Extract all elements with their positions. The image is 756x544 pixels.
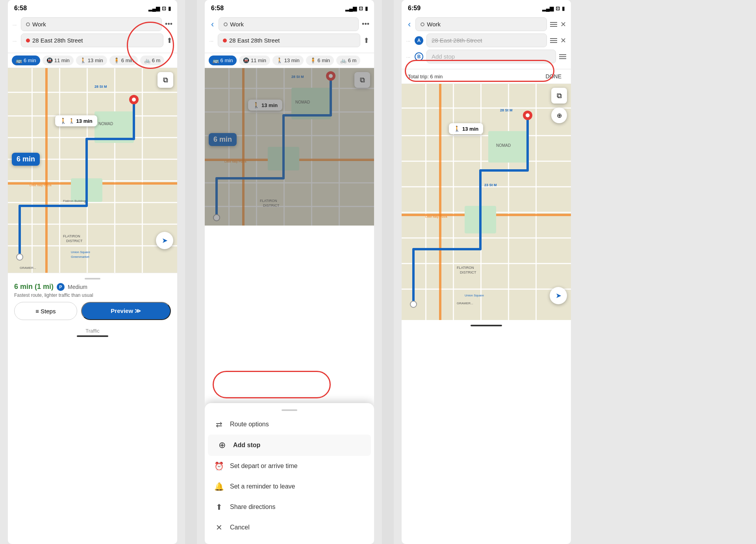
to-dot-2 (223, 39, 227, 43)
nav-arrow-1[interactable]: ➤ (156, 232, 173, 249)
signal-icon-3: ▂▄▆ (542, 6, 554, 11)
tab-bike-1[interactable]: 🚲 6 m (140, 56, 165, 65)
from-input-3[interactable]: Work (415, 17, 547, 31)
from-input-2[interactable]: Work (219, 17, 359, 31)
svg-text:Little Italy Pizza: Little Italy Pizza (425, 215, 447, 218)
vertical-dots-3: ⋮ (209, 39, 215, 42)
svg-text:GRAMER...: GRAMER... (457, 302, 473, 305)
to-input-1[interactable]: 28 East 28th Street (21, 33, 163, 47)
reminder-item[interactable]: 🔔 Set a reminder to leave (205, 476, 374, 497)
status-bar-2: 6:58 ▂▄▆ ⊡ ▮ (205, 0, 374, 14)
stop-text-3: Add stop (432, 53, 551, 60)
from-text-1: Work (32, 21, 157, 28)
to-text-2: 28 East 28th Street (229, 37, 355, 44)
more-dots-btn-1[interactable]: ••• (165, 20, 172, 28)
layers-btn-3[interactable]: ⧉ (551, 88, 567, 104)
more-dots-btn-2[interactable]: ••• (362, 20, 369, 28)
total-trip-3: Total trip: 6 min DONE (402, 69, 571, 84)
status-icons-3: ▂▄▆ ⊡ ▮ (542, 6, 565, 11)
cancel-label: Cancel (230, 524, 250, 531)
search-row-to-1: ⋮ 28 East 28th Street ⬆ (13, 33, 172, 47)
phone-panel-1: 6:58 ▂▄▆ ⊡ ▮ ⋮ Work ••• ⋮ 28 East 28th S… (8, 0, 177, 544)
from-input-1[interactable]: Work (21, 17, 162, 31)
svg-rect-8 (8, 245, 177, 246)
svg-rect-54 (402, 84, 571, 320)
close-icon-3a[interactable]: ✕ (560, 20, 566, 29)
status-icons-1: ▂▄▆ ⊡ ▮ (148, 6, 171, 11)
stop-input-3[interactable]: Add stop (426, 50, 556, 63)
status-time-1: 6:58 (14, 5, 27, 12)
close-icon-3b[interactable]: ✕ (560, 36, 566, 45)
search-row-from-2: ‹ Work ••• (209, 17, 369, 31)
traffic-label-1: Traffic (8, 325, 177, 335)
time-bubble-1: 6 min (12, 153, 40, 166)
tab-bus-2[interactable]: 🚌 6 min (209, 56, 237, 65)
hamburger-icon-3c[interactable] (559, 54, 566, 59)
from-dot-3 (421, 22, 424, 26)
dest-input-3[interactable]: 28 East 28th Street (426, 33, 547, 47)
menu-overlay-2: ⇄ Route options ⊕ Add stop ⏰ Set depart … (205, 403, 374, 544)
tab-walk-2[interactable]: 🚶 13 min (272, 56, 304, 65)
map-area-2: NOMAD FLATIRON DISTRICT 28 St M Little I… (205, 68, 374, 226)
steps-btn-1[interactable]: ≡ Steps (14, 302, 77, 320)
back-btn-2[interactable]: ‹ (209, 18, 215, 31)
tab-subway-1[interactable]: 🚇 11 min (43, 56, 74, 65)
svg-rect-57 (402, 161, 571, 162)
total-trip-label-3: Total trip: 6 min (408, 74, 443, 80)
svg-rect-69 (439, 84, 441, 320)
tab-transit-1[interactable]: 🧍 6 min (109, 56, 138, 65)
tab-bike-2[interactable]: 🚲 6 m (336, 56, 360, 65)
svg-rect-61 (402, 263, 571, 264)
parking-text-1: Medium (68, 284, 87, 290)
signal-icon-1: ▂▄▆ (148, 6, 160, 11)
tab-walk-1[interactable]: 🚶 13 min (76, 56, 107, 65)
tab-bus-1[interactable]: 🚌 6 min (12, 56, 40, 65)
route-desc-1: Fastest route, lighter traffic than usua… (14, 292, 171, 298)
svg-rect-1 (8, 92, 177, 93)
battery-icon-1: ▮ (168, 6, 171, 11)
map-svg-3: NOMAD FLATIRON DISTRICT 28 St M Little I… (402, 84, 571, 320)
svg-rect-63 (425, 84, 426, 320)
action-buttons-1: ≡ Steps Preview ≫ (14, 302, 171, 320)
from-text-2: Work (230, 21, 354, 28)
add-stop-icon: ⊕ (217, 440, 227, 450)
search-area-2: ‹ Work ••• ⋮ 28 East 28th Street ⬆ (205, 14, 374, 53)
upload-icon-1[interactable]: ⬆ (167, 36, 172, 45)
depart-time-item[interactable]: ⏰ Set depart or arrive time (205, 456, 374, 476)
svg-rect-66 (508, 84, 509, 320)
svg-point-28 (132, 98, 136, 102)
svg-rect-55 (402, 107, 571, 109)
svg-rect-62 (402, 289, 571, 290)
share-directions-item[interactable]: ⬆ Share directions (205, 497, 374, 517)
tab-transit-2[interactable]: 🧍 6 min (306, 56, 334, 65)
search-row-to-2: ⋮ 28 East 28th Street ⬆ (209, 33, 369, 47)
svg-point-29 (17, 254, 23, 260)
tab-subway-2[interactable]: 🚇 11 min (239, 56, 270, 65)
search-area-1: ⋮ Work ••• ⋮ 28 East 28th Street ⬆ (8, 14, 177, 53)
preview-btn-1[interactable]: Preview ≫ (81, 302, 171, 320)
svg-rect-0 (8, 68, 177, 273)
hamburger-icon-3a[interactable] (550, 22, 557, 27)
walk-time-1: 🚶 13 min (69, 118, 93, 124)
wifi-icon-3: ⊡ (556, 6, 560, 11)
svg-rect-67 (536, 84, 537, 320)
hamburger-icon-3b[interactable] (550, 38, 557, 43)
done-btn-3[interactable]: DONE (543, 72, 565, 81)
back-btn-3[interactable]: ‹ (406, 18, 412, 31)
to-input-2[interactable]: 28 East 28th Street (218, 33, 360, 47)
add-stop-item[interactable]: ⊕ Add stop (208, 435, 371, 456)
vertical-dots-4: ⋮ (406, 39, 411, 42)
svg-text:FLATIRON: FLATIRON (457, 266, 474, 270)
svg-rect-56 (402, 135, 571, 136)
upload-icon-2[interactable]: ⬆ (363, 36, 369, 45)
svg-rect-6 (8, 202, 177, 203)
cancel-item[interactable]: ✕ Cancel (205, 517, 374, 538)
route-options-item[interactable]: ⇄ Route options (205, 414, 374, 435)
compass-btn-3[interactable]: ⊕ (551, 107, 567, 123)
share-directions-icon: ⬆ (214, 502, 224, 512)
traffic-bar-1 (77, 335, 108, 337)
from-text-3: Work (427, 21, 542, 28)
layers-btn-1[interactable]: ⧉ (158, 72, 173, 88)
nav-arrow-3[interactable]: ➤ (550, 287, 567, 304)
map-dimmed-2 (205, 68, 374, 226)
